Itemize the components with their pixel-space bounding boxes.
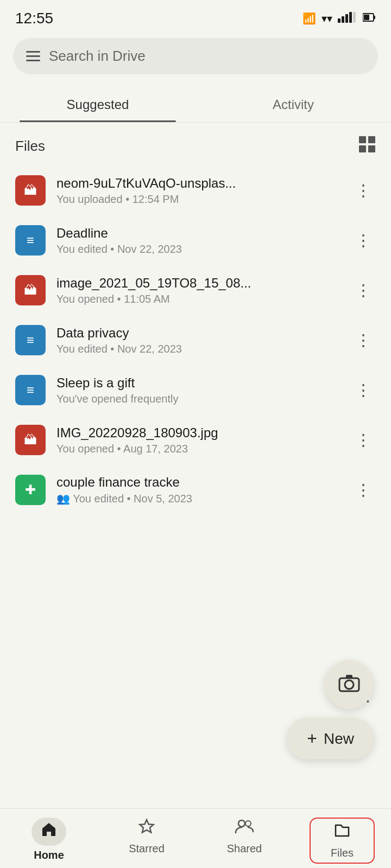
file-info: IMG_20220928_180903.jpg You opened • Aug… (56, 425, 340, 455)
svg-point-13 (345, 680, 354, 689)
nav-item-shared[interactable]: Shared (212, 818, 277, 864)
svg-point-16 (245, 821, 251, 826)
file-icon-doc: ≡ (15, 325, 46, 355)
home-icon (40, 822, 58, 842)
nav-item-home[interactable]: Home (16, 818, 81, 864)
file-meta: You edited • Nov 22, 2023 (56, 243, 340, 256)
file-meta: You opened • Aug 17, 2023 (56, 443, 340, 455)
shared-indicator: 👥 (56, 493, 73, 505)
list-item[interactable]: ✚ couple finance tracke 👥 You edited • N… (0, 465, 391, 515)
svg-rect-10 (359, 145, 366, 152)
svg-rect-0 (338, 18, 340, 23)
wifi-icon: ▾▾ (321, 12, 332, 25)
file-name: IMG_20220928_180903.jpg (56, 425, 340, 441)
file-info: image_2021_05_19TO8_15_08... You opened … (56, 276, 340, 305)
status-bar: 12:55 📶 ▾▾ (0, 0, 391, 33)
list-item[interactable]: ≡ Deadline You edited • Nov 22, 2023 ⋮ (0, 215, 391, 265)
svg-rect-3 (349, 12, 352, 23)
tab-activity[interactable]: Activity (195, 85, 391, 122)
list-item[interactable]: ≡ Data privacy You edited • Nov 22, 2023… (0, 315, 391, 365)
tabs-container: Suggested Activity (0, 85, 391, 123)
status-time: 12:55 (15, 10, 53, 27)
grid-view-icon[interactable] (358, 136, 376, 157)
file-more-button[interactable]: ⋮ (351, 477, 376, 502)
nav-item-starred[interactable]: Starred (114, 818, 179, 864)
new-button-label: New (324, 730, 354, 748)
file-icon-image: 🏔 (15, 275, 46, 305)
svg-rect-7 (364, 15, 369, 20)
tab-suggested[interactable]: Suggested (0, 85, 195, 122)
file-name: image_2021_05_19TO8_15_08... (56, 276, 340, 291)
file-info: Sleep is a gift You've opened frequently (56, 375, 340, 405)
signal-icon (338, 12, 357, 25)
list-item[interactable]: 🏔 IMG_20220928_180903.jpg You opened • A… (0, 415, 391, 465)
svg-rect-11 (368, 145, 375, 152)
search-placeholder: Search in Drive (49, 48, 146, 65)
file-info: Deadline You edited • Nov 22, 2023 (56, 226, 340, 256)
bottom-navigation: Home Starred Shared Files (0, 808, 391, 868)
file-icon-image: 🏔 (15, 425, 46, 455)
files-header: Files (0, 123, 391, 165)
bluetooth-icon: 📶 (302, 12, 316, 25)
nav-label-shared: Shared (227, 843, 262, 855)
new-button[interactable]: + New (287, 718, 374, 760)
status-icons: 📶 ▾▾ (302, 12, 376, 25)
nav-item-files[interactable]: Files (310, 818, 375, 864)
battery-icon (363, 12, 376, 25)
overlay-actions: + New (287, 660, 374, 760)
file-icon-image: 🏔 (15, 175, 46, 206)
file-icon-doc: ≡ (15, 225, 46, 256)
svg-point-15 (238, 820, 245, 827)
file-meta: You opened • 11:05 AM (56, 293, 340, 305)
file-more-button[interactable]: ⋮ (351, 228, 376, 253)
nav-label-starred: Starred (129, 843, 165, 855)
file-icon-doc: ≡ (15, 375, 46, 405)
svg-rect-4 (353, 12, 356, 23)
svg-rect-14 (346, 675, 352, 679)
list-item[interactable]: ≡ Sleep is a gift You've opened frequent… (0, 365, 391, 415)
file-info: couple finance tracke 👥 You edited • Nov… (56, 475, 340, 505)
file-icon-sheet: ✚ (15, 475, 46, 505)
file-more-button[interactable]: ⋮ (351, 278, 376, 303)
new-plus-icon: + (307, 729, 317, 749)
camera-icon (338, 673, 360, 697)
file-info: Data privacy You edited • Nov 22, 2023 (56, 326, 340, 355)
nav-label-home: Home (34, 849, 64, 861)
search-bar[interactable]: Search in Drive (13, 38, 378, 74)
starred-icon (138, 818, 155, 839)
file-info: neom-9uL7tKuVAqO-unsplas... You uploaded… (56, 176, 340, 206)
svg-rect-9 (368, 136, 375, 143)
shared-icon (235, 818, 254, 839)
file-name: couple finance tracke (56, 475, 340, 490)
file-more-button[interactable]: ⋮ (351, 328, 376, 353)
svg-rect-1 (342, 16, 344, 23)
list-item[interactable]: 🏔 neom-9uL7tKuVAqO-unsplas... You upload… (0, 165, 391, 215)
files-icon (333, 822, 351, 844)
list-item[interactable]: 🏔 image_2021_05_19TO8_15_08... You opene… (0, 265, 391, 315)
svg-rect-8 (359, 136, 366, 143)
files-section-title: Files (15, 138, 45, 155)
file-more-button[interactable]: ⋮ (351, 378, 376, 403)
svg-rect-2 (345, 14, 348, 23)
file-meta: 👥 You edited • Nov 5, 2023 (56, 492, 340, 505)
file-name: Sleep is a gift (56, 375, 340, 391)
file-name: neom-9uL7tKuVAqO-unsplas... (56, 176, 340, 191)
file-name: Deadline (56, 226, 340, 241)
file-more-button[interactable]: ⋮ (351, 427, 376, 452)
file-more-button[interactable]: ⋮ (351, 178, 376, 203)
svg-rect-6 (374, 16, 375, 19)
nav-label-files: Files (331, 847, 354, 859)
file-meta: You uploaded • 12:54 PM (56, 193, 340, 206)
file-name: Data privacy (56, 326, 340, 341)
camera-button[interactable] (325, 660, 374, 709)
file-meta: You edited • Nov 22, 2023 (56, 343, 340, 355)
file-meta: You've opened frequently (56, 393, 340, 405)
hamburger-menu[interactable] (26, 51, 40, 61)
file-list: 🏔 neom-9uL7tKuVAqO-unsplas... You upload… (0, 165, 391, 515)
